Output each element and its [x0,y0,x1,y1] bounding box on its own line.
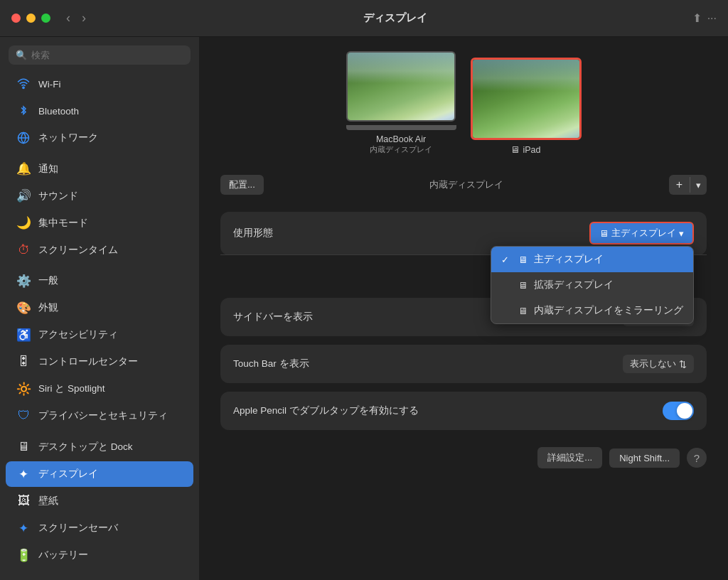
help-button[interactable]: ? [687,448,707,468]
display-item-ipad[interactable]: 🖥 iPad [471,58,582,155]
traffic-lights [11,14,50,23]
sidebar-item-accessibility[interactable]: ♿ アクセシビリティ [6,322,193,348]
sidebar-item-label-appearance: 外観 [38,301,58,314]
ipad-label: 🖥 iPad [510,144,540,155]
check-icon-main: ✓ [501,254,513,265]
sidebar-item-label-screensaver: スクリーンセーバ [38,522,118,535]
add-display-button[interactable]: + [669,175,690,195]
sidebar-item-label-network: ネットワーク [38,131,98,144]
sidebar-item-bluetooth[interactable]: Bluetooth [6,98,193,124]
sidebar-item-notify[interactable]: 🔔 通知 [6,156,193,182]
usage-dropdown-menu: ✓ 🖥 主ディスプレイ 🖥 拡張ディスプレイ 🖥 内蔵ディスプレイをミラーリング [491,246,694,324]
sidebar-item-display[interactable]: ✦ ディスプレイ [6,461,193,487]
chevron-icon-usage: ▾ [679,228,684,239]
search-input[interactable] [31,50,183,60]
chevron-icon-touchbar: ⇅ [679,359,687,370]
ipad-monitor-icon: 🖥 [510,144,520,155]
notify-icon: 🔔 [16,161,31,177]
svg-point-0 [23,87,24,88]
touchbar-section: Touch Bar を表示 表示しない ⇅ [220,345,707,383]
sidebar-item-label-desktop: デスクトップと Dock [38,441,133,453]
macbook-sublabel: 内蔵ディスプレイ [370,144,432,155]
sidebar-item-battery[interactable]: 🔋 バッテリー [6,542,193,568]
control-icon: 🎛 [16,354,31,370]
toolbar-row: 配置... 内蔵ディスプレイ + ▾ [220,175,707,195]
desktop-icon: 🖥 [16,439,31,455]
general-icon: ⚙️ [16,273,31,289]
sidebar-item-label-accessibility: アクセシビリティ [38,328,118,341]
sidebar-item-screensaver[interactable]: ✦ スクリーンセーバ [6,515,193,541]
sidebar-item-network[interactable]: ネットワーク [6,125,193,151]
sidebar-item-control[interactable]: 🎛 コントロールセンター [6,349,193,375]
battery-icon: 🔋 [16,547,31,563]
pencil-label: Apple Pencil でダブルタップを有効にする [233,404,419,417]
sidebar-item-privacy[interactable]: 🛡 プライバシーとセキュリティ [6,403,193,429]
sidebar-item-wallpaper[interactable]: 🖼 壁紙 [6,488,193,514]
sidebar-item-wifi[interactable]: Wi-Fi [6,71,193,97]
wifi-icon [16,76,31,92]
screentime-icon: ⏱ [16,242,31,258]
sidebar-item-label-notify: 通知 [38,163,58,176]
pencil-toggle[interactable] [663,402,694,420]
network-icon [16,130,31,146]
search-bar[interactable]: 🔍 [9,45,191,65]
sidebar-item-general[interactable]: ⚙️ 一般 [6,268,193,294]
sidebar-item-focus[interactable]: 🌙 集中モード [6,210,193,236]
dropdown-item-extended[interactable]: 🖥 拡張ディスプレイ [491,272,693,298]
usage-control: 🖥 主ディスプレイ ▾ [589,222,694,245]
content-area: MacBook Air 内蔵ディスプレイ 🖥 iPad [199,37,728,580]
sidebar-item-label-control: コントロールセンター [38,355,138,368]
sidebar-item-sound[interactable]: 🔊 サウンド [6,183,193,209]
sidebar-item-label-sound: サウンド [38,190,78,203]
sidebar-item-appearance[interactable]: 🎨 外観 [6,295,193,321]
usage-dropdown-wrapper: 🖥 主ディスプレイ ▾ [589,222,694,245]
sidebar-item-desktop[interactable]: 🖥 デスクトップと Dock [6,434,193,460]
wallpaper-icon: 🖼 [16,493,31,509]
sidebar-item-label-display: ディスプレイ [38,468,98,480]
pencil-section: Apple Pencil でダブルタップを有効にする [220,392,707,430]
monitor-icon-usage: 🖥 [599,228,609,239]
appearance-icon: 🎨 [16,300,31,316]
sidebar-item-label-wallpaper: 壁紙 [38,495,58,508]
sidebar-item-siri[interactable]: 🔆 Siri と Spotlight [6,376,193,402]
display-icon: ✦ [16,466,31,482]
minimize-button[interactable] [26,14,36,23]
macbook-thumbnail [346,51,456,122]
nightshift-button[interactable]: Night Shift... [609,449,680,468]
monitor-icon-extended: 🖥 [518,280,528,291]
add-button-group: + ▾ [669,175,707,195]
forward-button[interactable]: › [77,9,90,27]
share-button[interactable]: ⬆ [692,11,702,25]
nav-arrows: ‹ › [62,9,90,27]
dropdown-item-mirror[interactable]: 🖥 内蔵ディスプレイをミラーリング [491,298,693,323]
advanced-button[interactable]: 詳細設定... [537,447,602,468]
arrange-button[interactable]: 配置... [220,175,264,195]
monitor-icon-main: 🖥 [518,254,528,265]
sound-icon: 🔊 [16,188,31,204]
sidebar-item-label-siri: Siri と Spotlight [38,382,105,395]
monitor-icon-mirror: 🖥 [518,306,528,316]
dropdown-item-main[interactable]: ✓ 🖥 主ディスプレイ [491,247,693,272]
bluetooth-icon [16,103,31,119]
back-button[interactable]: ‹ [62,9,75,27]
sidebar-item-screentime[interactable]: ⏱ スクリーンタイム [6,237,193,263]
pencil-row: Apple Pencil でダブルタップを有効にする [220,392,707,430]
maximize-button[interactable] [41,14,50,23]
close-button[interactable] [11,14,21,23]
pencil-control [663,402,694,420]
display-previews: MacBook Air 内蔵ディスプレイ 🖥 iPad [220,51,707,162]
titlebar: ‹ › ディスプレイ ⬆ ··· [0,0,728,37]
sidebar-item-label-wifi: Wi-Fi [38,79,60,90]
more-button[interactable]: ··· [707,11,717,25]
touchbar-dropdown-button[interactable]: 表示しない ⇅ [623,355,694,373]
titlebar-actions: ⬆ ··· [692,11,717,25]
usage-label: 使用形態 [233,227,273,240]
display-item-macbook[interactable]: MacBook Air 内蔵ディスプレイ [346,51,456,155]
siri-icon: 🔆 [16,381,31,397]
touchbar-label: Touch Bar を表示 [233,358,309,370]
usage-dropdown-button[interactable]: 🖥 主ディスプレイ ▾ [589,222,694,245]
usage-section: 使用形態 🖥 主ディスプレイ ▾ ✓ 🖥 [220,212,707,255]
add-chevron-button[interactable]: ▾ [690,176,707,194]
macbook-label: MacBook Air 内蔵ディスプレイ [370,134,432,155]
sidebar-item-label-general: 一般 [38,274,58,287]
